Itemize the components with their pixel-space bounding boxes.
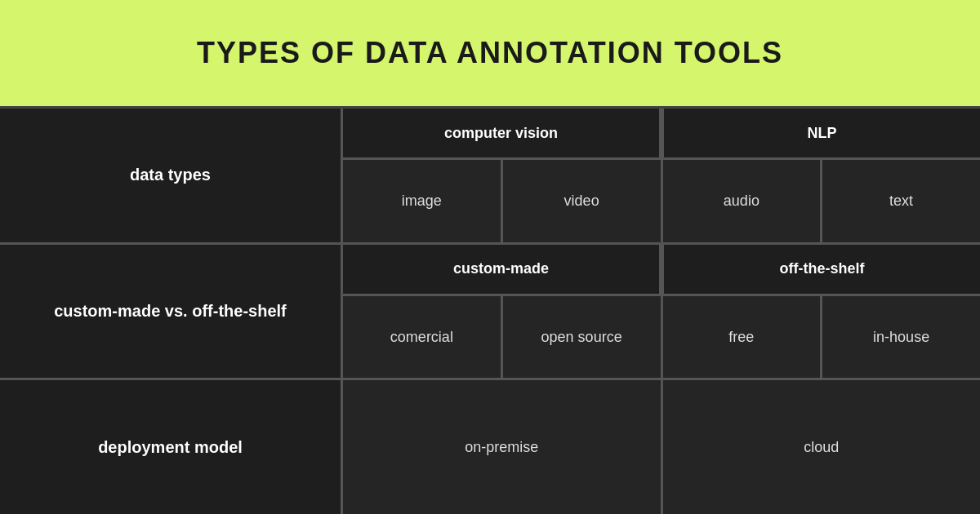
custom-shelf-cells: comercial open source free in-house — [343, 296, 980, 379]
in-house-cell: in-house — [822, 296, 980, 379]
image-cell: image — [343, 160, 503, 242]
custom-shelf-label: custom-made vs. off-the-shelf — [0, 245, 343, 379]
computer-vision-header: computer vision — [343, 109, 662, 157]
data-types-label: data types — [0, 109, 343, 242]
page-title: TYPES OF DATA ANNOTATION TOOLS — [197, 36, 783, 70]
custom-made-header: custom-made — [343, 245, 662, 294]
cloud-cell: cloud — [663, 380, 981, 514]
data-types-cells: image video audio text — [343, 160, 980, 242]
deployment-row: deployment model on-premise cloud — [0, 380, 980, 514]
open-source-cell: open source — [503, 296, 663, 379]
text-cell: text — [822, 160, 980, 242]
table-section: data types computer vision NLP image vid… — [0, 106, 980, 514]
custom-shelf-subheader-row: custom-made off-the-shelf — [343, 245, 980, 296]
nlp-header: NLP — [662, 109, 980, 157]
main-container: TYPES OF DATA ANNOTATION TOOLS data type… — [0, 0, 980, 514]
deployment-content: on-premise cloud — [343, 380, 980, 514]
audio-cell: audio — [663, 160, 823, 242]
data-types-row: data types computer vision NLP image vid… — [0, 109, 980, 245]
comercial-cell: comercial — [343, 296, 503, 379]
custom-shelf-content: custom-made off-the-shelf comercial open… — [343, 245, 980, 379]
on-premise-cell: on-premise — [343, 380, 663, 514]
deployment-label: deployment model — [0, 380, 343, 514]
free-cell: free — [663, 296, 823, 379]
off-the-shelf-header: off-the-shelf — [662, 245, 980, 294]
header: TYPES OF DATA ANNOTATION TOOLS — [0, 0, 980, 106]
data-types-content: computer vision NLP image video audio te… — [343, 109, 980, 242]
video-cell: video — [503, 160, 663, 242]
custom-shelf-row: custom-made vs. off-the-shelf custom-mad… — [0, 245, 980, 381]
data-types-subheader-row: computer vision NLP — [343, 109, 980, 160]
